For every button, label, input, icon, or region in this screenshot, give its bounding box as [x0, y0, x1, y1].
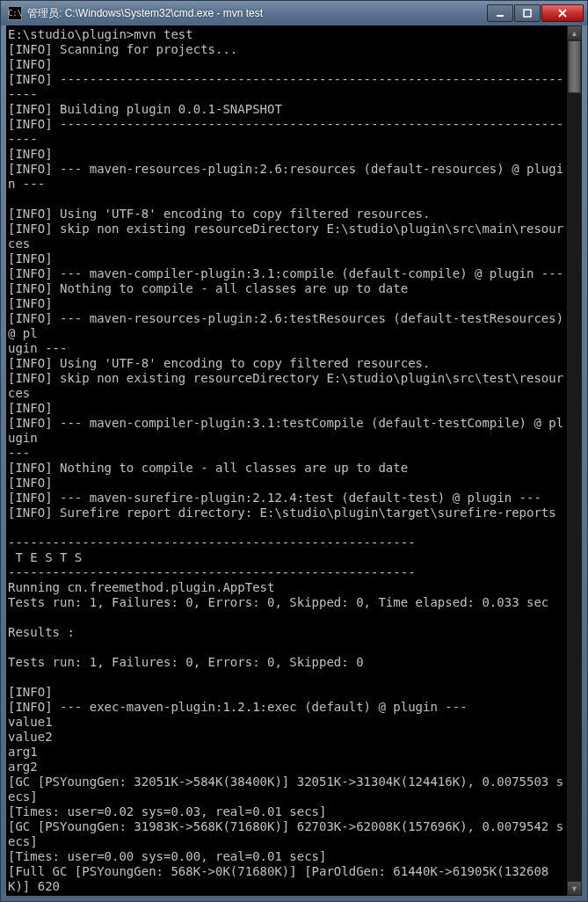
client-area: E:\studio\plugin>mvn test [INFO] Scannin…: [6, 25, 582, 896]
close-button[interactable]: [541, 4, 584, 22]
maximize-button[interactable]: [514, 4, 541, 22]
window-buttons: [487, 4, 584, 22]
cmd-window: C:\ 管理员: C:\Windows\System32\cmd.exe - m…: [0, 0, 588, 902]
svg-rect-1: [524, 10, 531, 17]
svg-rect-0: [497, 15, 504, 17]
scroll-down-button[interactable]: ▼: [567, 881, 582, 896]
titlebar[interactable]: C:\ 管理员: C:\Windows\System32\cmd.exe - m…: [1, 1, 587, 25]
scroll-up-button[interactable]: ▲: [567, 25, 582, 40]
minimize-button[interactable]: [487, 4, 513, 22]
vertical-scrollbar[interactable]: ▲ ▼: [567, 25, 582, 896]
scroll-track[interactable]: [567, 40, 582, 881]
window-title: 管理员: C:\Windows\System32\cmd.exe - mvn t…: [27, 6, 487, 21]
cmd-icon: C:\: [8, 6, 22, 20]
scroll-thumb[interactable]: [568, 40, 581, 93]
console-output[interactable]: E:\studio\plugin>mvn test [INFO] Scannin…: [6, 25, 567, 896]
